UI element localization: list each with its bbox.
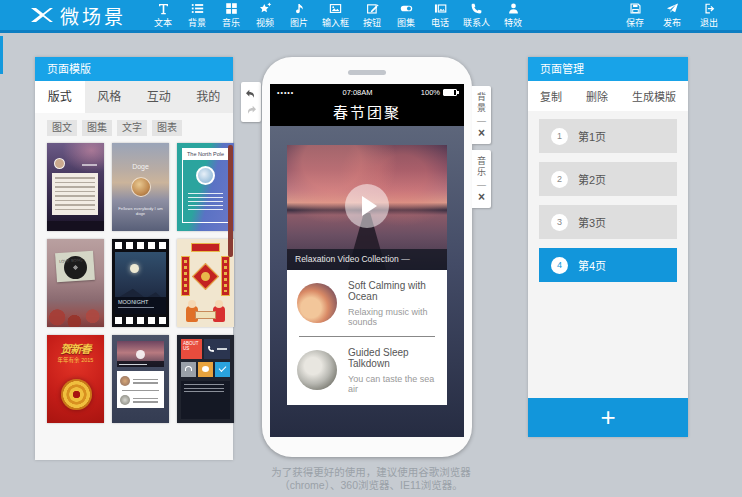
golden-flower [61,379,92,410]
mini-thumb [120,376,130,386]
filter-chart[interactable]: 图表 [152,120,182,136]
moonight-title: MOONIGHT [118,299,148,305]
north-pole-title: The North Pole [183,149,228,160]
toolbar-item-text[interactable]: 文本 [152,2,174,29]
publish-button[interactable]: 发布 [661,2,683,29]
star-icon [259,2,272,15]
tab-style[interactable]: 风格 [85,81,135,113]
fu-diamond [192,263,219,290]
make-template-button[interactable]: 生成模版 [632,88,676,104]
mini-playlist [117,371,164,408]
page-item-1[interactable]: 1 第1页 [539,119,677,153]
phone-screen: ••••• 07:08AM 100% 春节团聚 Relaxation Video… [270,84,464,437]
minimize-icon[interactable]: — [477,181,486,189]
toolbar-item-picture[interactable]: 图片 [288,2,310,29]
page-manager-title: 页面管理 [528,57,688,81]
panel-scrollbar[interactable] [228,145,233,257]
template-spring-couplets[interactable] [177,239,234,327]
playlist-title: Guided Sleep Talkdown [348,347,437,369]
headphones-icon [185,366,192,371]
toolbar-item-button[interactable]: 按钮 [361,2,383,29]
toolbar-item-contacts[interactable]: 联系人 [463,2,490,29]
filter-text[interactable]: 文字 [117,120,147,136]
music-layer-tab[interactable]: 音乐 — × [472,150,491,208]
toolbar-item-effects[interactable]: 特效 [502,2,524,29]
chat-tile [198,362,213,377]
clock: 07:08AM [294,88,421,97]
status-bar: ••••• 07:08AM 100% [270,84,464,101]
page-number-badge: 4 [551,257,568,274]
about-tile: ABOUT US [181,339,202,359]
add-page-button[interactable]: + [528,398,688,437]
template-vinyl-record[interactable]: LOVE SONG [47,239,104,327]
toolbar-item-video[interactable]: 视频 [254,2,276,29]
info-tile [181,381,230,419]
close-icon[interactable]: × [478,192,485,203]
template-doge[interactable]: Doge Fellows everybody I am doge [112,143,169,231]
toolbar-item-background[interactable]: 背景 [186,2,208,29]
edge-accent [0,36,3,74]
exit-icon [703,2,716,15]
image-icon [329,2,342,15]
play-button[interactable] [345,184,389,228]
template-filters: 图文 图集 文字 图表 [35,113,233,142]
doge-caption: Fellows everybody I am doge [116,206,164,216]
text-card-placeholder [52,173,98,215]
history-panel [241,82,261,122]
minimize-icon[interactable]: — [477,117,486,125]
toolbar-item-gallery[interactable]: 图集 [395,2,417,29]
template-he-xin-chun[interactable]: 贺新春 年年有余 2015 [47,335,104,423]
filter-imagetext[interactable]: 图文 [47,120,77,136]
hexinchun-title: 贺新春 [47,340,104,356]
template-metro-tiles[interactable]: ABOUT US [177,335,234,423]
top-banner [191,243,220,252]
playlist-item[interactable]: Soft Calming with Ocean Relaxing music w… [297,270,437,336]
close-icon[interactable]: × [478,128,485,139]
redo-icon[interactable] [245,105,257,115]
phone-preview: ••••• 07:08AM 100% 春节团聚 Relaxation Video… [262,57,472,457]
save-button[interactable]: 保存 [624,2,646,29]
page-title[interactable]: 春节团聚 [270,101,464,126]
page-canvas: Relaxation Video Collection — Soft Calmi… [270,126,464,437]
text-placeholder [188,193,223,213]
hexinchun-subtitle: 年年有余 2015 [47,356,104,364]
signal-dots: ••••• [277,89,294,96]
delete-button[interactable]: 删除 [586,88,608,104]
phone-icon [470,2,483,15]
page-item-3[interactable]: 3 第3页 [539,205,677,239]
playlist-thumb-ocean [297,283,337,323]
text-icon [157,2,170,15]
template-video-collection[interactable] [112,335,169,423]
edit-icon [366,2,379,15]
template-profile-card-purple[interactable] [47,143,104,231]
video-element[interactable]: Relaxation Video Collection — [287,145,447,270]
send-icon [666,2,679,15]
tab-layout[interactable]: 版式 [35,81,85,113]
toolbar-item-phone[interactable]: 电话 [429,2,451,29]
browser-advice-line2: （chrome）、360浏览器、IE11浏览器。 [0,479,742,492]
toolbar-item-input[interactable]: 输入框 [322,2,349,29]
check-icon [219,364,227,372]
exit-button[interactable]: 退出 [698,2,720,29]
page-number-badge: 2 [551,171,568,188]
chat-icon [202,366,209,372]
filter-gallery[interactable]: 图集 [82,120,112,136]
cloud-glow [62,143,104,173]
template-moonight-film[interactable]: MOONIGHT [112,239,169,327]
page-item-4-active[interactable]: 4 第4页 [539,248,677,282]
moonight-caption: MOONIGHT [115,297,166,314]
copy-button[interactable]: 复制 [540,88,562,104]
tab-mine[interactable]: 我的 [184,81,234,113]
doge-title: Doge [112,163,169,170]
phone-speaker [348,70,386,75]
playlist-item[interactable]: Guided Sleep Talkdown You can taste the … [297,337,437,403]
check-tile [215,362,230,377]
browser-advice: 为了获得更好的使用，建议使用谷歌浏览器 （chrome）、360浏览器、IE11… [0,466,742,492]
background-layer-tab[interactable]: 背景 — × [472,86,491,144]
toolbar-item-music[interactable]: 音乐 [220,2,242,29]
avatar [54,158,65,169]
page-item-2[interactable]: 2 第2页 [539,162,677,196]
tab-interactive[interactable]: 互动 [134,81,184,113]
template-north-pole[interactable]: The North Pole [177,143,234,231]
undo-icon[interactable] [245,89,257,99]
